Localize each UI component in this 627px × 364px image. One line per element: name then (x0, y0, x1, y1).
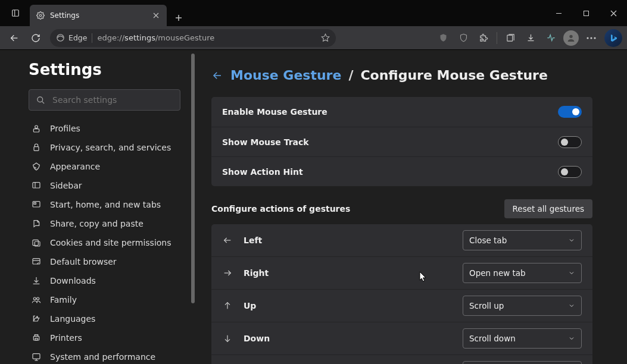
toggle-2[interactable] (558, 166, 582, 178)
gesture-name: Right (244, 268, 269, 278)
arrow-left-icon (222, 235, 233, 246)
scrollbar[interactable] (191, 54, 195, 355)
gesture-action-dropdown[interactable]: Switch to right tab (463, 361, 582, 364)
arrow-down-icon (222, 333, 233, 344)
downloads-icon[interactable] (521, 29, 540, 48)
profile-avatar[interactable] (562, 29, 581, 48)
separator (92, 33, 92, 43)
shield-icon[interactable] (433, 29, 453, 48)
titlebar-left (0, 0, 26, 26)
gesture-action-dropdown[interactable]: Open new tab (463, 263, 582, 283)
tracking-icon[interactable] (454, 29, 473, 48)
search-input[interactable] (52, 95, 173, 105)
setting-row: Enable Mouse Gesture (211, 97, 592, 127)
svg-point-20 (594, 37, 595, 39)
svg-point-35 (33, 297, 36, 300)
breadcrumb-back-button[interactable] (211, 70, 223, 81)
site-identity[interactable]: Edge (56, 33, 87, 42)
address-bar[interactable]: Edge edge://settings/mouseGesture (50, 29, 336, 47)
toolbar-right (433, 29, 622, 48)
chevron-down-icon (568, 237, 575, 244)
sidebar-item-start-home[interactable]: Start, home, and new tabs (29, 195, 180, 214)
svg-rect-25 (34, 147, 39, 151)
svg-point-18 (587, 37, 588, 39)
sidebar-item-default-browser[interactable]: Default browser (29, 252, 180, 271)
maximize-button[interactable] (572, 0, 600, 26)
setting-label: Enable Mouse Gesture (222, 107, 327, 117)
sidebar-item-privacy[interactable]: Privacy, search, and services (29, 138, 180, 157)
svg-point-37 (37, 316, 38, 318)
gesture-action-dropdown[interactable]: Scroll up (463, 296, 582, 316)
window-close-button[interactable] (600, 0, 627, 26)
refresh-button[interactable] (26, 29, 45, 48)
performance-icon[interactable] (541, 29, 560, 48)
window-controls (545, 0, 627, 26)
family-icon (31, 294, 42, 305)
settings-sidebar: Settings ProfilesPrivacy, search, and se… (0, 50, 195, 364)
sidebar-item-appearance[interactable]: Appearance (29, 157, 180, 176)
tab-settings[interactable]: Settings (30, 5, 167, 26)
dropdown-value: Open new tab (469, 268, 526, 278)
sidebar-item-label: Family (50, 295, 77, 305)
gesture-row: Down then rightSwitch to right tab (211, 354, 592, 364)
search-icon (36, 96, 45, 105)
close-icon[interactable] (151, 11, 161, 20)
svg-rect-30 (33, 240, 38, 245)
sidebar-item-family[interactable]: Family (29, 290, 180, 309)
sidebar-item-label: Appearance (50, 162, 100, 171)
back-button[interactable] (5, 29, 24, 48)
sidebar-item-downloads[interactable]: Downloads (29, 271, 180, 290)
breadcrumb-link[interactable]: Mouse Gesture (230, 68, 341, 83)
gesture-name: Left (244, 236, 262, 245)
dropdown-value: Scroll up (469, 301, 504, 310)
settings-nav: ProfilesPrivacy, search, and servicesApp… (29, 119, 180, 364)
setting-row: Show Mouse Track (211, 127, 592, 156)
collections-icon[interactable] (501, 29, 520, 48)
tab-actions-button[interactable] (6, 4, 25, 23)
sidebar-item-system[interactable]: System and performance (29, 347, 180, 364)
svg-point-12 (57, 34, 64, 41)
chevron-down-icon (568, 302, 575, 309)
svg-point-19 (590, 37, 592, 39)
gesture-row: RightOpen new tab (211, 256, 592, 289)
sidebar-item-label: Languages (50, 314, 95, 324)
extensions-icon[interactable] (474, 29, 493, 48)
sidebar-item-sidebar[interactable]: Sidebar (29, 176, 180, 195)
svg-marker-13 (322, 34, 329, 41)
sidebar-item-label: System and performance (50, 352, 155, 362)
sidebar-item-share-copy[interactable]: Share, copy and paste (29, 214, 180, 233)
minimize-button[interactable] (545, 0, 572, 26)
chevron-down-icon (568, 269, 575, 277)
svg-rect-32 (33, 259, 40, 264)
sidebar-item-label: Privacy, search, and services (50, 143, 171, 152)
titlebar: Settings (0, 0, 627, 26)
svg-rect-41 (33, 354, 40, 359)
sidebar-item-cookies[interactable]: Cookies and site permissions (29, 233, 180, 252)
favorite-icon[interactable] (321, 33, 330, 42)
gesture-action-dropdown[interactable]: Close tab (463, 230, 582, 250)
bing-button[interactable] (604, 29, 622, 47)
app-menu-button[interactable] (582, 29, 601, 48)
tab-strip: Settings (30, 0, 187, 26)
new-tab-button[interactable] (170, 10, 187, 26)
gesture-name: Up (244, 301, 256, 310)
svg-rect-24 (33, 129, 39, 132)
svg-point-17 (569, 34, 572, 37)
breadcrumb-sep: / (348, 68, 353, 83)
tab-title: Settings (50, 11, 146, 20)
gesture-section-title: Configure actions of gestures (211, 204, 350, 214)
system-icon (31, 352, 42, 362)
sidebar-item-printers[interactable]: Printers (29, 328, 180, 347)
sidebar-item-label: Sidebar (50, 181, 82, 190)
svg-line-22 (42, 101, 44, 103)
search-settings-box[interactable] (29, 89, 180, 111)
toggle-0[interactable] (558, 106, 582, 118)
gesture-action-dropdown[interactable]: Scroll down (463, 328, 582, 349)
downloads-icon (31, 275, 42, 286)
toggle-1[interactable] (558, 136, 582, 148)
appearance-icon (31, 161, 42, 172)
sidebar-item-profiles[interactable]: Profiles (29, 119, 180, 138)
sidebar-item-languages[interactable]: Languages (29, 309, 180, 328)
sidebar-item-label: Downloads (50, 276, 96, 285)
reset-all-gestures-button[interactable]: Reset all gestures (504, 199, 592, 218)
